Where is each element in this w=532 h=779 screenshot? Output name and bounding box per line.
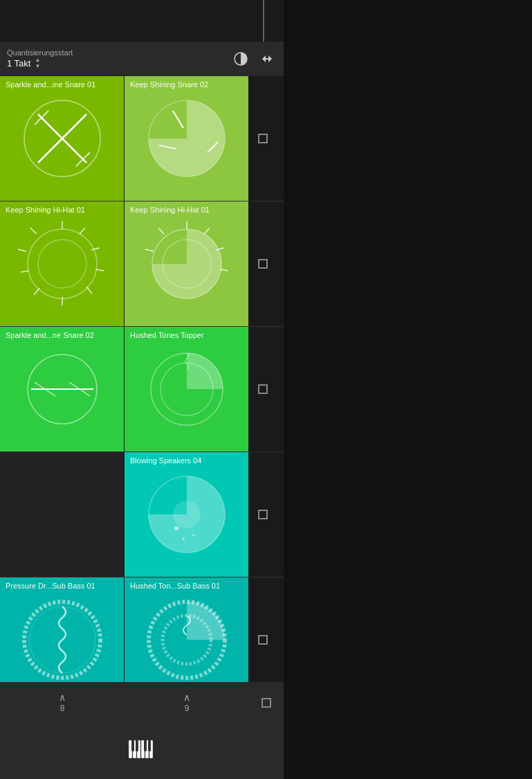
header-icons	[231, 49, 277, 69]
cell-hushed-tones-topper[interactable]: Hushed Tones Topper	[125, 327, 249, 451]
cells-pair-3: Sparkle and...ne Snare 02 Hushed Tones T…	[0, 327, 249, 451]
grid-row-1: Sparkle and...ine Snare 01 Keep Shining …	[0, 76, 284, 202]
svg-rect-57	[148, 740, 151, 751]
num-value-9: 9	[185, 704, 190, 713]
bottom-row-checkbox[interactable]	[262, 698, 271, 708]
grid-row-3: Sparkle and...ne Snare 02 Hushed Tones T…	[0, 327, 284, 452]
cell-keep-shining-hihat-01a[interactable]: Keep Shining Hi-Hat 01	[0, 202, 125, 326]
quantize-info: Quantisierungsstart 1 Takt ▲▼	[7, 48, 73, 69]
row-checkbox-5[interactable]	[258, 635, 268, 645]
svg-line-10	[173, 111, 183, 128]
cell-visual	[125, 452, 248, 577]
cell-title: Hushed Tones Topper	[130, 331, 204, 339]
grid-row-4: Blowing Speakers 04	[0, 452, 284, 577]
svg-rect-55	[136, 740, 138, 751]
num-cell-8[interactable]: ∧ 8	[0, 692, 125, 713]
bottom-piano-bar[interactable]	[0, 724, 284, 779]
svg-rect-3	[265, 58, 269, 60]
quantize-stepper[interactable]: ▲▼	[35, 57, 40, 69]
svg-point-42	[192, 534, 195, 537]
vertical-divider	[263, 0, 264, 42]
cell-visual	[125, 76, 248, 201]
contrast-button[interactable]	[231, 49, 250, 69]
row-checkbox-4[interactable]	[258, 510, 268, 519]
cell-title: Keep Shining Hi-Hat 01	[130, 206, 210, 214]
svg-point-14	[38, 240, 86, 288]
num-checkbox-area	[249, 698, 284, 708]
cell-visual	[0, 76, 124, 201]
cell-visual	[0, 202, 124, 326]
right-area	[284, 0, 532, 779]
row-checkbox-1[interactable]	[258, 134, 268, 143]
arrow-button[interactable]	[257, 49, 277, 69]
svg-point-40	[173, 501, 201, 528]
svg-point-41	[174, 526, 178, 530]
checkbox-area-3	[249, 384, 277, 394]
cell-blowing-speakers-04[interactable]: Blowing Speakers 04	[125, 452, 249, 577]
cell-keep-shining-hihat-01b[interactable]: Keep Shining Hi-Hat 01	[125, 202, 249, 326]
checkbox-area-4	[249, 510, 277, 519]
row-checkbox-2[interactable]	[258, 259, 268, 269]
cell-title: Sparkle and...ine Snare 01	[6, 80, 95, 89]
header-row: Quantisierungsstart 1 Takt ▲▼	[0, 42, 284, 76]
piano-icon	[128, 740, 156, 764]
cell-keep-shining-snare-02[interactable]: Keep Shining Snare 02	[125, 76, 249, 201]
cell-empty	[0, 452, 125, 577]
num-cell-9[interactable]: ∧ 9	[125, 692, 249, 713]
grid-area: Sparkle and...ine Snare 01 Keep Shining …	[0, 76, 284, 724]
svg-line-16	[80, 228, 85, 234]
cells-pair-4: Blowing Speakers 04	[0, 452, 249, 577]
svg-rect-56	[144, 740, 147, 751]
cell-visual	[125, 327, 248, 451]
checkbox-area-1	[249, 134, 277, 143]
quantize-label: Quantisierungsstart	[7, 48, 73, 57]
svg-line-31	[158, 228, 164, 234]
chevron-up-icon-8: ∧	[59, 692, 66, 702]
svg-rect-54	[131, 740, 134, 751]
cells-pair-1: Sparkle and...ine Snare 01 Keep Shining …	[0, 76, 249, 201]
cell-title: Blowing Speakers 04	[130, 456, 201, 465]
svg-line-19	[86, 287, 92, 294]
svg-line-22	[21, 271, 29, 272]
svg-line-23	[18, 249, 26, 251]
checkbox-area-2	[249, 259, 277, 269]
bottom-number-row: ∧ 8 ∧ 9	[0, 682, 284, 724]
cell-sparkle-snare-02[interactable]: Sparkle and...ne Snare 02	[0, 327, 125, 451]
row-checkbox-3[interactable]	[258, 384, 268, 394]
svg-line-28	[204, 228, 210, 234]
cell-visual	[0, 327, 124, 451]
cell-visual	[125, 202, 248, 326]
svg-point-43	[182, 537, 185, 540]
checkbox-area-5	[249, 635, 277, 645]
cell-sparkle-snare-01[interactable]: Sparkle and...ine Snare 01	[0, 76, 125, 201]
cells-pair-2: Keep Shining Hi-Hat 01	[0, 202, 249, 326]
cell-title: Keep Shining Snare 02	[130, 80, 208, 89]
cell-title: Pressure Dr...Sub Bass 01	[6, 582, 95, 590]
cell-title: Keep Shining Hi-Hat 01	[6, 206, 85, 214]
num-value-8: 8	[60, 704, 65, 713]
grid-row-2: Keep Shining Hi-Hat 01	[0, 202, 284, 327]
svg-line-24	[30, 228, 37, 234]
chevron-up-icon-9: ∧	[183, 692, 190, 702]
svg-line-21	[34, 288, 39, 295]
cell-title: Hushed Ton...Sub Bass 01	[130, 582, 220, 590]
quantize-value: 1 Takt ▲▼	[7, 57, 73, 69]
svg-line-32	[145, 249, 154, 251]
cell-title: Sparkle and...ne Snare 02	[6, 331, 94, 339]
